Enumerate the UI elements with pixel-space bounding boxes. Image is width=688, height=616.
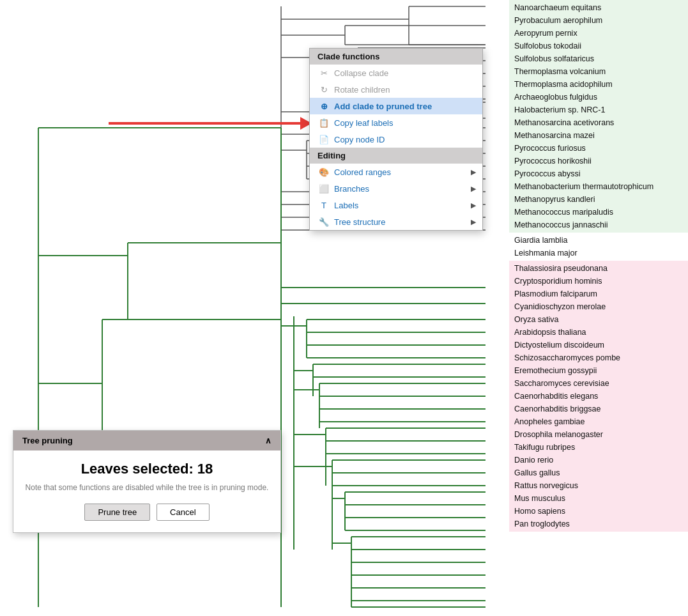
species-label: Methanococcus jannaschii [514, 219, 683, 231]
species-label: Leishmania major [514, 247, 683, 259]
collapse-icon: ✂ [317, 68, 330, 78]
branches-arrow: ▶ [471, 185, 476, 193]
species-label: Thalassiosira pseudonana [514, 262, 683, 275]
species-label: Nanoarchaeum equitans [514, 1, 683, 14]
collapse-clade-item[interactable]: ✂ Collapse clade [310, 65, 482, 81]
species-label: Homo sapiens [514, 505, 683, 518]
colored-ranges-arrow: ▶ [471, 168, 476, 176]
editing-title: Editing [317, 151, 346, 160]
collapse-panel-button[interactable]: ∧ [265, 436, 271, 445]
species-label: Oryza sativa [514, 313, 683, 326]
species-label: Pyrococcus horikoshii [514, 155, 683, 167]
copy-leaf-item[interactable]: 📋 Copy leaf labels [310, 114, 482, 131]
species-label: Methanosarcina acetivorans [514, 116, 683, 129]
copy-node-item[interactable]: 📄 Copy node ID [310, 131, 482, 148]
prune-header: Tree pruning ∧ [13, 431, 280, 450]
tree-pruning-panel: Tree pruning ∧ Leaves selected: 18 Note … [13, 430, 281, 533]
tree-structure-item[interactable]: 🔧 Tree structure ▶ [310, 213, 482, 230]
species-label: Thermoplasma volcanium [514, 65, 683, 78]
collapse-clade-label: Collapse clade [334, 68, 388, 78]
species-label: Methanococcus maripaludis [514, 206, 683, 219]
prune-note: Note that some functions are disabled wh… [25, 482, 269, 493]
species-label: Pyrococcus abyssi [514, 167, 683, 180]
leaves-count: Leaves selected: 18 [25, 461, 269, 477]
species-label: Sulfolobus tokodaii [514, 40, 683, 52]
species-label: Eremothecium gossypii [514, 364, 683, 377]
rotate-children-item[interactable]: ↻ Rotate children [310, 81, 482, 98]
species-label: Halobacterium sp. NRC-1 [514, 104, 683, 116]
tree-structure-icon: 🔧 [317, 217, 330, 227]
labels-icon: T [317, 200, 330, 210]
species-label: Archaeoglobus fulgidus [514, 91, 683, 104]
species-label: Methanosarcina mazei [514, 129, 683, 142]
archaea-group: const greenSpecies = JSON.parse(document… [509, 0, 688, 233]
tree-structure-label: Tree structure [334, 217, 385, 227]
copy-node-label: Copy node ID [334, 135, 385, 144]
species-label: Drosophila melanogaster [514, 428, 683, 441]
prune-tree-button[interactable]: Prune tree [84, 504, 150, 521]
species-label: Rattus norvegicus [514, 479, 683, 492]
species-panel: const greenSpecies = JSON.parse(document… [509, 0, 688, 616]
species-label: Dictyostelium discoideum [514, 339, 683, 351]
prune-content: Leaves selected: 18 Note that some funct… [13, 450, 280, 532]
colored-ranges-label: Colored ranges [334, 167, 391, 177]
labels-label: Labels [334, 201, 358, 210]
species-label: Danio rerio [514, 454, 683, 466]
branches-item[interactable]: ⬜ Branches ▶ [310, 180, 482, 197]
add-clade-icon: ⊕ [317, 101, 330, 111]
species-label: Cyanidioschyzon merolae [514, 300, 683, 313]
add-clade-item[interactable]: ⊕ Add clade to pruned tree [310, 98, 482, 114]
species-label: Caenorhabditis briggsae [514, 403, 683, 415]
clade-functions-header: Clade functions [310, 49, 482, 65]
rotate-children-label: Rotate children [334, 85, 390, 95]
colored-ranges-item[interactable]: 🎨 Colored ranges ▶ [310, 164, 482, 180]
species-label: Schizosaccharomyces pombe [514, 351, 683, 364]
species-label: Methanopyrus kandleri [514, 193, 683, 206]
copy-node-icon: 📄 [317, 134, 330, 144]
rotate-icon: ↻ [317, 84, 330, 95]
species-label: Pyrobaculum aerophilum [514, 14, 683, 27]
labels-item[interactable]: T Labels ▶ [310, 197, 482, 213]
species-label: Cryptosporidium hominis [514, 275, 683, 288]
clade-functions-title: Clade functions [317, 52, 380, 61]
editing-header: Editing [310, 148, 482, 164]
species-label: Thermoplasma acidophilum [514, 78, 683, 91]
species-label: Giardia lamblia [514, 234, 683, 247]
species-label: Saccharomyces cerevisiae [514, 377, 683, 390]
copy-leaf-label: Copy leaf labels [334, 118, 394, 128]
species-label: Pyrococcus furiosus [514, 142, 683, 155]
basal-eukaryote-group: const whiteSpecies = JSON.parse(document… [509, 233, 688, 261]
branches-icon: ⬜ [317, 183, 330, 194]
species-label: Arabidopsis thaliana [514, 326, 683, 339]
cancel-button[interactable]: Cancel [157, 504, 209, 521]
prune-buttons: Prune tree Cancel [25, 504, 269, 521]
species-label: Caenorhabditis elegans [514, 390, 683, 403]
colored-ranges-icon: 🎨 [317, 167, 330, 177]
species-label: Takifugu rubripes [514, 441, 683, 454]
species-label: Methanobacterium thermautotrophicum [514, 180, 683, 193]
copy-leaf-icon: 📋 [317, 118, 330, 128]
red-arrow-indicator [109, 117, 312, 130]
species-label: Gallus gallus [514, 466, 683, 479]
labels-arrow: ▶ [471, 201, 476, 210]
species-label: Mus musculus [514, 492, 683, 505]
context-menu: Clade functions ✂ Collapse clade ↻ Rotat… [309, 48, 483, 231]
species-label: Pan troglodytes [514, 518, 683, 530]
species-label: Aeropyrum pernix [514, 27, 683, 40]
branches-label: Branches [334, 184, 369, 194]
species-label: Plasmodium falciparum [514, 288, 683, 300]
eukaryote-group: const pinkSpecies = JSON.parse(document.… [509, 261, 688, 532]
add-clade-label: Add clade to pruned tree [334, 102, 432, 111]
species-label: Anopheles gambiae [514, 415, 683, 428]
species-label: Sulfolobus solfataricus [514, 52, 683, 65]
tree-structure-arrow: ▶ [471, 218, 476, 226]
prune-title: Tree pruning [22, 436, 73, 445]
